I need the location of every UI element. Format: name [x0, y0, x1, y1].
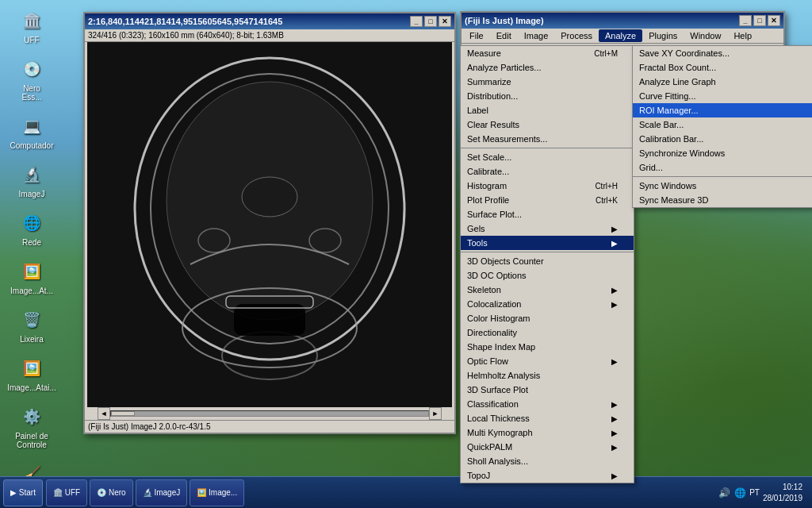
network-icon[interactable]: 🌐: [733, 487, 746, 499]
menu-topoj[interactable]: TopoJ ▶: [461, 468, 634, 483]
menu-label[interactable]: Label: [461, 103, 634, 117]
submenu-grid[interactable]: Grid...: [633, 160, 812, 175]
menu-shape-index-map-label: Shape Index Map: [467, 342, 535, 352]
menu-surface-plot[interactable]: Surface Plot...: [461, 207, 634, 221]
menu-measure[interactable]: Measure Ctrl+M: [461, 46, 634, 60]
menu-directionality-label: Directionality: [467, 328, 517, 337]
submenu-sync-windows[interactable]: Synchronize Windows: [633, 146, 812, 160]
submenu-analyze-line[interactable]: Analyze Line Graph: [633, 75, 812, 89]
submenu-save-xy[interactable]: Save XY Coordinates...: [633, 46, 812, 60]
menu-analyze-particles[interactable]: Analyze Particles...: [461, 60, 634, 75]
taskbar-item-imagej2[interactable]: 🖼️ Image...: [190, 479, 244, 506]
menu-set-measurements[interactable]: Set Measurements...: [461, 132, 634, 146]
menu-helmholtz-label: Helmholtz Analysis: [467, 371, 540, 380]
menu-optic-flow[interactable]: Optic Flow ▶: [461, 354, 634, 368]
menu-sholl-label: Sholl Analysis...: [467, 456, 528, 466]
menu-3d-objects-counter[interactable]: 3D Objects Counter: [461, 254, 634, 268]
fiji-maximize-button[interactable]: □: [753, 15, 766, 26]
menu-plot-profile[interactable]: Plot Profile Ctrl+K: [461, 193, 634, 207]
submenu-scale-bar[interactable]: Scale Bar...: [633, 117, 812, 132]
submenu-analyze-line-label: Analyze Line Graph: [639, 77, 716, 87]
minimize-button[interactable]: _: [410, 16, 423, 27]
image-window: 2:16,840,114421,81414,9515605645,9547141…: [83, 12, 456, 434]
menu-skeleton[interactable]: Skeleton ▶: [461, 283, 634, 297]
menu-3d-surface-plot[interactable]: 3D Surface Plot: [461, 383, 634, 397]
fiji-minimize-button[interactable]: _: [739, 15, 752, 26]
scroll-left-button[interactable]: ◄: [98, 407, 110, 420]
menu-help[interactable]: Help: [727, 29, 758, 42]
menu-local-thickness[interactable]: Local Thickness ▶: [461, 411, 634, 425]
desktop-icon-computer[interactable]: 💻 Computador: [8, 114, 56, 150]
menu-calibrate[interactable]: Calibrate...: [461, 164, 634, 179]
menu-colocalization-label: Colocalization: [467, 299, 521, 309]
menu-measure-label: Measure: [467, 48, 501, 58]
submenu-fractal[interactable]: Fractal Box Count...: [633, 60, 812, 75]
menu-color-histogram-label: Color Histogram: [467, 314, 530, 323]
tools-arrow: ▶: [611, 239, 618, 248]
desktop-icon-imagej2[interactable]: 🖼️ Image...At...: [8, 259, 56, 295]
menu-tools[interactable]: Tools ▶: [461, 236, 634, 250]
fiji-close-button[interactable]: ✕: [768, 15, 780, 26]
maximize-button[interactable]: □: [424, 16, 437, 27]
menu-distribution[interactable]: Distribution...: [461, 89, 634, 103]
submenu-sync-windows2[interactable]: Sync Windows: [633, 179, 812, 193]
submenu-scale-bar-label: Scale Bar...: [639, 120, 684, 129]
menu-histogram[interactable]: Histogram Ctrl+H: [461, 179, 634, 193]
menu-multi-kymograph[interactable]: Multi Kymograph ▶: [461, 425, 634, 440]
local-thickness-arrow: ▶: [611, 414, 618, 423]
close-button[interactable]: ✕: [439, 16, 451, 27]
menu-edit[interactable]: Edit: [490, 29, 518, 42]
menu-file[interactable]: File: [463, 29, 490, 42]
menu-measure-shortcut: Ctrl+M: [594, 49, 618, 58]
menu-distribution-label: Distribution...: [467, 91, 518, 101]
menu-color-histogram[interactable]: Color Histogram: [461, 311, 634, 325]
menu-3d-oc-options[interactable]: 3D OC Options: [461, 268, 634, 283]
taskbar-tray: 🔊 🌐 PT 10:12 28/01/2019: [711, 482, 809, 504]
menu-process[interactable]: Process: [554, 29, 599, 42]
scrollbar-thumb[interactable]: [111, 411, 135, 416]
language-indicator: PT: [749, 488, 760, 497]
submenu-fractal-label: Fractal Box Count...: [639, 63, 716, 72]
desktop-icon-imagej[interactable]: 🔬 ImageJ: [8, 162, 56, 198]
taskbar-item-imagej1[interactable]: 🔬 ImageJ: [136, 479, 188, 506]
menu-topoj-label: TopoJ: [467, 471, 490, 480]
menu-window[interactable]: Window: [684, 29, 727, 42]
menu-helmholtz[interactable]: Helmholtz Analysis: [461, 368, 634, 383]
desktop-icon-lixeira[interactable]: 🗑️ Lixeira: [8, 307, 56, 344]
desktop-icon-uff[interactable]: 🏛️ UFF: [8, 8, 56, 44]
submenu-sync-measure-3d[interactable]: Sync Measure 3D: [633, 193, 812, 207]
start-button[interactable]: ▶ Start: [3, 479, 43, 506]
desktop-icon-nero[interactable]: 💿 NeroEss...: [8, 56, 56, 102]
menu-quickpalm[interactable]: QuickPALM ▶: [461, 440, 634, 454]
desktop-icon-painel[interactable]: ⚙️ Painel de Controle: [8, 404, 56, 449]
menu-clear-results-label: Clear Results: [467, 120, 519, 129]
image-info-bar: 324/416 (0:323); 160x160 mm (640x640); 8…: [85, 29, 454, 42]
desktop-icon-imagej3[interactable]: 🖼️ Image...Atai...: [8, 356, 56, 392]
menu-classification[interactable]: Classification ▶: [461, 397, 634, 411]
separator-2: [461, 252, 634, 252]
menu-gels[interactable]: Gels ▶: [461, 221, 634, 236]
menu-clear-results[interactable]: Clear Results: [461, 117, 634, 132]
menu-image[interactable]: Image: [518, 29, 555, 42]
menu-set-scale[interactable]: Set Scale...: [461, 150, 634, 164]
scrollbar-track[interactable]: [110, 410, 429, 417]
imagej2-icon: 🖼️: [19, 259, 44, 284]
menu-plugins[interactable]: Plugins: [642, 29, 684, 42]
submenu-curve-fitting[interactable]: Curve Fitting...: [633, 89, 812, 103]
taskbar-item-uff[interactable]: 🏛️ UFF: [46, 479, 87, 506]
volume-icon[interactable]: 🔊: [718, 487, 730, 499]
scrollbar-horizontal[interactable]: ◄ ►: [85, 407, 454, 420]
scroll-right-button[interactable]: ►: [429, 407, 442, 420]
menu-summarize[interactable]: Summarize: [461, 75, 634, 89]
desktop: 🏛️ UFF 💿 NeroEss... 💻 Computador 🔬 Image…: [0, 0, 812, 508]
submenu-roi-manager[interactable]: ROI Manager...: [633, 103, 812, 117]
submenu-calibration-bar[interactable]: Calibration Bar...: [633, 132, 812, 146]
imagej-icon: 🔬: [19, 162, 44, 187]
desktop-icon-rede[interactable]: 🌐 Rede: [8, 210, 56, 247]
taskbar-item-nero[interactable]: 💿 Nero: [90, 479, 132, 506]
menu-analyze[interactable]: Analyze: [599, 29, 642, 42]
menu-directionality[interactable]: Directionality: [461, 325, 634, 340]
menu-sholl[interactable]: Sholl Analysis...: [461, 454, 634, 468]
menu-colocalization[interactable]: Colocalization ▶: [461, 297, 634, 311]
menu-shape-index-map[interactable]: Shape Index Map: [461, 340, 634, 354]
